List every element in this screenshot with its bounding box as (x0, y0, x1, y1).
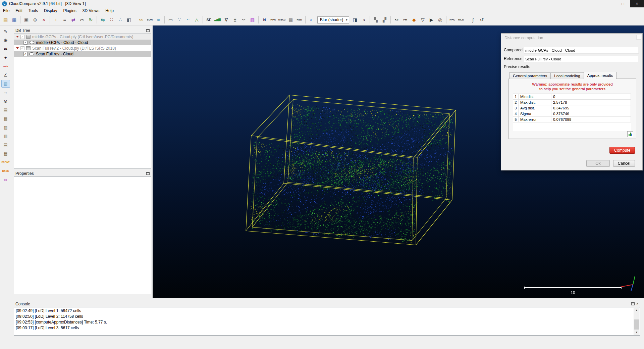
view-iso-2-button[interactable]: ▤ (1, 141, 10, 149)
filter-by-value-button[interactable]: <> (239, 16, 248, 24)
tree-item[interactable]: ✓Scan Full rev.2 - Cloud.ply (D:/TLS ISR… (14, 45, 151, 51)
view-front-button[interactable]: FRONT (1, 158, 10, 166)
scrollbar-thumb[interactable] (634, 319, 639, 330)
point-list-picking-button[interactable]: ≡ (60, 16, 69, 24)
view-left-button[interactable]: ▥ (1, 123, 10, 131)
view-right-button[interactable]: ▥ (1, 132, 10, 140)
maximize-button[interactable]: □ (616, 0, 630, 7)
color-scale-button[interactable]: ▥ (248, 16, 257, 24)
sf-tools-button[interactable]: SF (205, 16, 213, 24)
stereo-mode-button[interactable]: ∞ (1, 176, 10, 184)
histogram-button[interactable]: ▃▅▇ (213, 16, 222, 24)
poisson-recon-button[interactable]: ∫ (469, 16, 477, 24)
delete-button[interactable]: × (40, 16, 48, 24)
sor-filter-button[interactable]: SOR (146, 16, 154, 24)
undo-zoom-button[interactable]: ↺ (478, 16, 486, 24)
sample-points-button[interactable]: ∵ (175, 16, 183, 24)
scroll-down-icon[interactable]: ▼ (634, 330, 639, 335)
tab-approx-results[interactable]: Approx. results (584, 72, 617, 79)
point-pair-align-button[interactable]: ⇄ (69, 16, 77, 24)
dialog-close-button[interactable] (636, 35, 641, 40)
fm-button[interactable]: FM (401, 16, 410, 24)
close-button[interactable]: × (630, 0, 644, 7)
close-console-icon[interactable]: × (636, 302, 638, 306)
menu-3d-views[interactable]: 3D Views (79, 7, 102, 14)
pan-view-button[interactable]: ⇔ (1, 89, 10, 96)
view-top-button[interactable]: ▦ (1, 115, 10, 122)
rasterize-button[interactable]: ▦ (286, 16, 295, 24)
perspective-view-button[interactable]: ∠ (1, 71, 10, 79)
rds-button[interactable]: RsD (295, 16, 304, 24)
undock-icon[interactable] (146, 29, 150, 32)
zoom-fit-button[interactable]: + (1, 54, 10, 61)
animation-button[interactable]: ▶ (427, 16, 436, 24)
align-button[interactable]: ∷ (107, 16, 116, 24)
camera-settings-button[interactable]: ◉ (1, 36, 10, 44)
sf-gradient-button[interactable]: ∇ (222, 16, 230, 24)
interactive-segment-button[interactable]: ▧ (1, 80, 10, 88)
smooth-button[interactable]: ~ (184, 16, 192, 24)
tree-item[interactable]: ✓Scan Full rev - Cloud (14, 51, 151, 57)
facets-button[interactable]: ◆ (410, 16, 418, 24)
blur-shader-select[interactable]: Blur (shader)▾ (317, 16, 349, 23)
menu-display[interactable]: Display (41, 7, 60, 14)
auto-pick-center-button[interactable]: auto (1, 62, 10, 70)
tree-checkbox[interactable]: ✓ (20, 46, 24, 50)
reference-field[interactable] (524, 56, 639, 62)
subsample-button[interactable]: ∴ (116, 16, 124, 24)
ssao-shader-button[interactable]: ◑ (360, 16, 368, 24)
menu-edit[interactable]: Edit (12, 7, 25, 14)
sf-arithmetic-button[interactable]: ± (231, 16, 239, 24)
compute-button[interactable]: Compute (609, 147, 635, 154)
tree-item[interactable]: ✓middle-GCPs - Cloud - Cloud (14, 40, 151, 45)
apply-transformation-button[interactable]: ◧ (125, 16, 133, 24)
mls-smoothing-button[interactable]: MLS (457, 16, 465, 24)
edl-shader-button[interactable]: ◨ (351, 16, 359, 24)
merge-button[interactable]: ⊕ (31, 16, 39, 24)
normals-plus-color-button[interactable]: N+C (448, 16, 457, 24)
tab-local-modeling[interactable]: Local modeling (550, 72, 584, 79)
view-back-button[interactable]: BACK (1, 167, 10, 175)
segment-button[interactable]: ✂ (78, 16, 86, 24)
save-button[interactable]: ▦ (10, 16, 18, 24)
zoom-1-1-button[interactable]: 1:1 (1, 45, 10, 53)
fine-registration-button[interactable]: ⇆ (99, 16, 107, 24)
console-scrollbar[interactable]: ▲ ▼ (634, 308, 639, 335)
menu-plugins[interactable]: Plugins (60, 7, 79, 14)
minimize-button[interactable]: – (602, 0, 616, 7)
ok-button[interactable]: Ok (586, 160, 610, 167)
undock-icon[interactable] (146, 172, 150, 175)
canupo-train-button[interactable]: ▚ (372, 16, 380, 24)
translate-rotate-button[interactable]: ↻ (87, 16, 95, 24)
kd-tree-button[interactable]: Kd (392, 16, 401, 24)
csf-filter-button[interactable]: ▽ (419, 16, 427, 24)
open-button[interactable]: ▤ (1, 16, 10, 24)
hpa-button[interactable]: HPA (269, 16, 277, 24)
m3c2-button[interactable]: M3C2 (278, 16, 286, 24)
tree-checkbox[interactable]: ✓ (23, 41, 28, 45)
compared-field[interactable] (524, 47, 639, 53)
tab-general-parameters[interactable]: General parameters (509, 72, 551, 79)
tree-item[interactable]: ✓middle-GCPs - Cloud.ply (C:/Users/user-… (14, 34, 151, 40)
tree-checkbox[interactable]: ✓ (20, 35, 24, 39)
canupo-classify-button[interactable]: ▞ (380, 16, 389, 24)
view-bottom-button[interactable]: ▦ (1, 150, 10, 157)
menu-tools[interactable]: Tools (25, 7, 41, 14)
show-histogram-button[interactable] (627, 131, 633, 137)
tree-checkbox[interactable]: ✓ (23, 52, 28, 56)
scroll-up-icon[interactable]: ▲ (634, 308, 639, 313)
zoom-search-button[interactable]: ⊙ (1, 97, 10, 105)
tree-expander-icon[interactable] (16, 47, 19, 49)
tree-expander-icon[interactable] (16, 36, 19, 38)
view-iso-1-button[interactable]: ▤ (1, 106, 10, 114)
compute-normals-button[interactable]: N (260, 16, 269, 24)
menu-file[interactable]: File (0, 7, 12, 14)
cancel-button[interactable]: Cancel (613, 160, 635, 167)
blur-lens-button[interactable]: ◐ (307, 16, 316, 24)
undock-icon[interactable] (631, 302, 635, 305)
clone-button[interactable]: ▣ (22, 16, 31, 24)
pick-point-button[interactable]: ✎ (1, 28, 10, 35)
mesh-delaunay-button[interactable]: △ (193, 16, 201, 24)
noise-filter-button[interactable]: ≈ (154, 16, 163, 24)
crop-button[interactable]: ▭ (166, 16, 175, 24)
